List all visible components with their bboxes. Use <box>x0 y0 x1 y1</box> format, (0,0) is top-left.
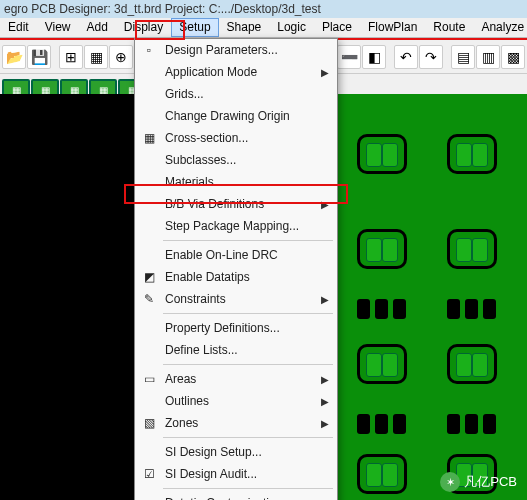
layer-icon[interactable]: ▤ <box>451 45 475 69</box>
menu-item-icon: ▭ <box>141 371 157 387</box>
layer-icon[interactable]: ▩ <box>501 45 525 69</box>
menu-setup[interactable]: Setup <box>171 18 218 37</box>
pcb-footprint <box>357 414 407 436</box>
window-title: egro PCB Designer: 3d_tt.brd Project: C:… <box>0 0 527 18</box>
menu-item-label: Design Parameters... <box>165 43 278 57</box>
watermark: ✶ 凡亿PCB <box>440 472 517 492</box>
menu-item-icon: ▫ <box>141 42 157 58</box>
menu-item-si-design-setup[interactable]: SI Design Setup... <box>135 441 337 463</box>
submenu-arrow-icon: ▶ <box>321 294 329 305</box>
menu-item-property-definitions[interactable]: Property Definitions... <box>135 317 337 339</box>
menu-item-label: SI Design Audit... <box>165 467 257 481</box>
tool-icon[interactable]: ⊞ <box>59 45 83 69</box>
menu-item-label: Step Package Mapping... <box>165 219 299 233</box>
menu-route[interactable]: Route <box>425 18 473 37</box>
menu-item-define-lists[interactable]: Define Lists... <box>135 339 337 361</box>
setup-menu-dropdown: ▫Design Parameters...Application Mode▶Gr… <box>134 38 338 500</box>
pcb-footprint <box>357 299 407 321</box>
undo-icon[interactable]: ↶ <box>394 45 418 69</box>
menu-place[interactable]: Place <box>314 18 360 37</box>
pcb-component <box>447 229 497 269</box>
menu-separator <box>163 437 333 438</box>
menu-item-icon: ✎ <box>141 291 157 307</box>
pcb-footprint <box>447 414 497 436</box>
menu-item-application-mode[interactable]: Application Mode▶ <box>135 61 337 83</box>
menu-item-icon: ▧ <box>141 415 157 431</box>
menu-item-label: Property Definitions... <box>165 321 280 335</box>
menu-item-b-b-via-definitions[interactable]: B/B Via Definitions▶ <box>135 193 337 215</box>
pcb-footprint <box>447 299 497 321</box>
menu-item-areas[interactable]: ▭Areas▶ <box>135 368 337 390</box>
menu-item-label: Constraints <box>165 292 226 306</box>
menu-item-label: Subclasses... <box>165 153 236 167</box>
menu-item-enable-datatips[interactable]: ◩Enable Datatips <box>135 266 337 288</box>
menu-item-datatip-customization[interactable]: Datatip Customization... <box>135 492 337 500</box>
pcb-component <box>357 344 407 384</box>
menu-flowplan[interactable]: FlowPlan <box>360 18 425 37</box>
menu-item-icon: ▦ <box>141 130 157 146</box>
menu-item-label: Enable On-Line DRC <box>165 248 278 262</box>
menu-analyze[interactable]: Analyze <box>473 18 527 37</box>
pcb-component <box>447 344 497 384</box>
tool-icon[interactable]: ▦ <box>84 45 108 69</box>
menu-item-label: Application Mode <box>165 65 257 79</box>
menu-item-label: B/B Via Definitions <box>165 197 264 211</box>
menu-item-enable-on-line-drc[interactable]: Enable On-Line DRC <box>135 244 337 266</box>
menu-item-constraints[interactable]: ✎Constraints▶ <box>135 288 337 310</box>
menu-item-icon: ☑ <box>141 466 157 482</box>
menu-item-label: Zones <box>165 416 198 430</box>
menu-view[interactable]: View <box>37 18 79 37</box>
menu-item-label: Enable Datatips <box>165 270 250 284</box>
menu-item-subclasses[interactable]: Subclasses... <box>135 149 337 171</box>
menu-separator <box>163 240 333 241</box>
tool-icon[interactable]: ⊕ <box>109 45 133 69</box>
menu-item-label: Grids... <box>165 87 204 101</box>
submenu-arrow-icon: ▶ <box>321 67 329 78</box>
menu-item-label: Change Drawing Origin <box>165 109 290 123</box>
menu-item-design-parameters[interactable]: ▫Design Parameters... <box>135 39 337 61</box>
layer-icon[interactable]: ▥ <box>476 45 500 69</box>
zoom-out-icon[interactable]: ➖ <box>337 45 361 69</box>
save-icon[interactable]: 💾 <box>27 45 51 69</box>
submenu-arrow-icon: ▶ <box>321 199 329 210</box>
menu-item-step-package-mapping[interactable]: Step Package Mapping... <box>135 215 337 237</box>
menu-item-label: Cross-section... <box>165 131 248 145</box>
menu-shape[interactable]: Shape <box>219 18 270 37</box>
menu-item-si-design-audit[interactable]: ☑SI Design Audit... <box>135 463 337 485</box>
menu-item-cross-section[interactable]: ▦Cross-section... <box>135 127 337 149</box>
menu-display[interactable]: Display <box>116 18 171 37</box>
menu-separator <box>163 313 333 314</box>
pcb-component <box>357 134 407 174</box>
submenu-arrow-icon: ▶ <box>321 396 329 407</box>
menu-item-label: Datatip Customization... <box>165 496 292 500</box>
menu-item-icon: ◩ <box>141 269 157 285</box>
menu-item-change-drawing-origin[interactable]: Change Drawing Origin <box>135 105 337 127</box>
menu-item-zones[interactable]: ▧Zones▶ <box>135 412 337 434</box>
submenu-arrow-icon: ▶ <box>321 418 329 429</box>
tool-icon[interactable]: ◧ <box>362 45 386 69</box>
menu-item-label: Define Lists... <box>165 343 238 357</box>
redo-icon[interactable]: ↷ <box>419 45 443 69</box>
menu-item-label: SI Design Setup... <box>165 445 262 459</box>
watermark-text: 凡亿PCB <box>464 473 517 491</box>
menu-add[interactable]: Add <box>78 18 115 37</box>
menu-separator <box>163 364 333 365</box>
pcb-component <box>357 229 407 269</box>
menu-item-label: Materials... <box>165 175 224 189</box>
open-icon[interactable]: 📂 <box>2 45 26 69</box>
menu-item-label: Outlines <box>165 394 209 408</box>
submenu-arrow-icon: ▶ <box>321 374 329 385</box>
wechat-icon: ✶ <box>440 472 460 492</box>
menu-separator <box>163 488 333 489</box>
menu-bar: EditViewAddDisplaySetupShapeLogicPlaceFl… <box>0 18 527 38</box>
pcb-component <box>447 134 497 174</box>
menu-logic[interactable]: Logic <box>269 18 314 37</box>
menu-item-materials[interactable]: Materials... <box>135 171 337 193</box>
menu-item-outlines[interactable]: Outlines▶ <box>135 390 337 412</box>
pcb-component <box>357 454 407 494</box>
menu-edit[interactable]: Edit <box>0 18 37 37</box>
menu-item-label: Areas <box>165 372 196 386</box>
menu-item-grids[interactable]: Grids... <box>135 83 337 105</box>
